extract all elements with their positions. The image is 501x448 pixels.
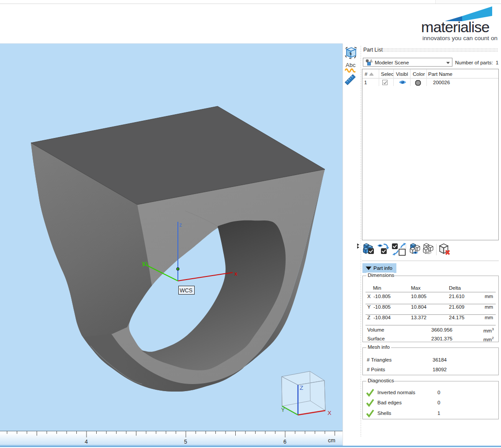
svg-text:X: X: [328, 410, 331, 416]
svg-text:innovators you can count on: innovators you can count on: [422, 35, 497, 41]
svg-text:cm: cm: [328, 437, 335, 444]
svg-text:y: y: [142, 260, 145, 266]
svg-text:5: 5: [184, 439, 187, 444]
svg-text:x: x: [234, 271, 237, 277]
svg-text:WCS: WCS: [180, 287, 192, 294]
svg-text:z: z: [179, 222, 182, 228]
svg-text:materialise: materialise: [421, 19, 490, 35]
svg-text:6: 6: [283, 439, 286, 444]
svg-text:Z: Z: [300, 385, 303, 391]
svg-text:4: 4: [85, 439, 88, 444]
svg-text:Y: Y: [281, 407, 285, 413]
svg-text:Abc: Abc: [346, 62, 356, 68]
